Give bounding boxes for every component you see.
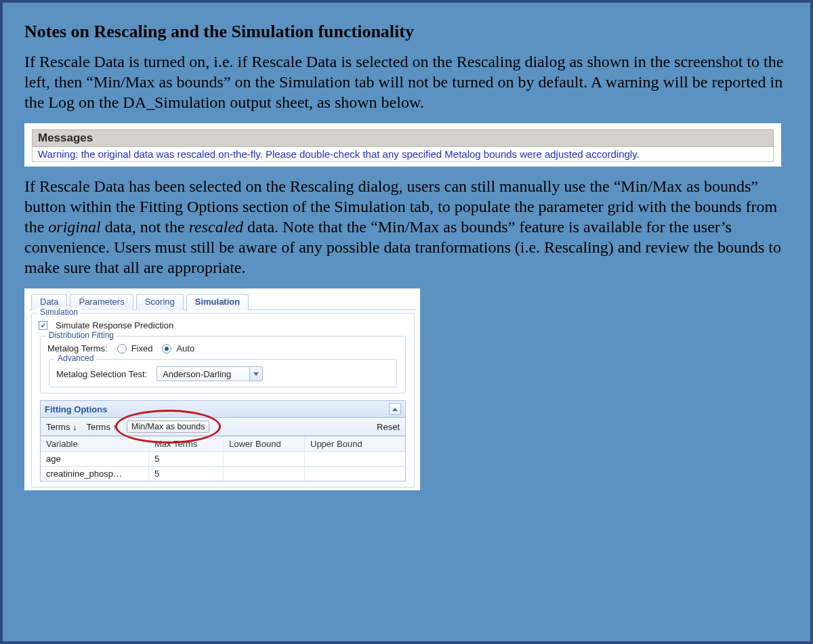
group-simulation-legend: Simulation (37, 307, 81, 317)
cell-upper-bound[interactable] (305, 467, 386, 481)
collapse-button[interactable] (389, 403, 401, 415)
messages-panel: Messages Warning: the original data was … (24, 123, 781, 167)
emphasis-rescaled: rescaled (189, 218, 243, 236)
simulate-response-checkbox[interactable]: ✓ (39, 321, 47, 330)
section-title: Notes on Rescaling and the Simulation fu… (24, 22, 789, 42)
group-advanced-legend: Advanced (55, 353, 96, 363)
fitting-options-grid: Variable Max Terms Lower Bound Upper Bou… (40, 436, 406, 481)
emphasis-original: original (48, 218, 100, 236)
cell-variable: creatinine_phosp… (41, 467, 149, 481)
selection-test-select[interactable]: Anderson-Darling (157, 366, 263, 381)
grid-header-row: Variable Max Terms Lower Bound Upper Bou… (41, 436, 405, 451)
table-row[interactable]: age 5 (41, 451, 405, 466)
cell-lower-bound[interactable] (224, 467, 305, 481)
tab-scoring[interactable]: Scoring (136, 294, 184, 310)
document-page: Notes on Rescaling and the Simulation fu… (0, 0, 813, 644)
metalog-fixed-label: Fixed (131, 343, 153, 353)
radio-dot-icon (165, 347, 169, 351)
min-max-as-bounds-button[interactable]: Min/Max as bounds (127, 421, 209, 433)
cell-upper-bound[interactable] (305, 452, 386, 466)
cell-lower-bound[interactable] (224, 452, 305, 466)
warning-message: Warning: the original data was rescaled … (32, 147, 774, 162)
group-advanced: Advanced Metalog Selection Test: Anderso… (49, 359, 397, 387)
fitting-options-title: Fitting Options (45, 404, 107, 414)
chevron-down-icon (253, 372, 259, 376)
group-simulation: Simulation ✓ Simulate Response Predictio… (31, 313, 415, 488)
metalog-auto-radio[interactable] (162, 344, 171, 353)
terms-increase-button[interactable]: Terms ↑ (87, 422, 118, 432)
tab-simulation[interactable]: Simulation (186, 294, 249, 310)
cell-max-terms[interactable]: 5 (149, 467, 224, 481)
simulation-panel: Data Parameters Scoring Simulation Simul… (24, 288, 420, 490)
cell-max-terms[interactable]: 5 (149, 452, 224, 466)
fitting-options-toolbar: Terms ↓ Terms ↑ Min/Max as bounds Reset (40, 418, 406, 436)
metalog-auto-label: Auto (176, 343, 194, 353)
cell-variable: age (41, 452, 149, 466)
metalog-fixed-radio[interactable] (117, 344, 127, 353)
col-max-terms: Max Terms (149, 437, 224, 451)
group-distribution-legend: Distribution Fitting (46, 330, 117, 340)
check-icon: ✓ (41, 322, 46, 329)
col-variable: Variable (41, 437, 149, 451)
paragraph-2: If Rescale Data has been selected on the… (24, 176, 789, 278)
group-distribution-fitting: Distribution Fitting Metalog Terms: Fixe… (40, 336, 406, 393)
para2-text-b: data, not the (101, 218, 189, 236)
select-dropdown-button[interactable] (249, 367, 262, 381)
fitting-options-header[interactable]: Fitting Options (40, 400, 406, 418)
chevron-up-icon (392, 408, 398, 411)
tab-strip: Data Parameters Scoring Simulation (30, 294, 416, 310)
simulate-response-label: Simulate Response Prediction (56, 320, 173, 330)
paragraph-1: If Rescale Data is turned on, i.e. if Re… (24, 51, 789, 112)
table-row[interactable]: creatinine_phosp… 5 (41, 466, 405, 481)
selection-test-label: Metalog Selection Test: (56, 369, 147, 379)
selection-test-value: Anderson-Darling (157, 369, 249, 379)
metalog-terms-label: Metalog Terms: (47, 343, 108, 353)
col-lower-bound: Lower Bound (224, 437, 305, 451)
terms-decrease-button[interactable]: Terms ↓ (46, 422, 77, 432)
tab-body: Simulation ✓ Simulate Response Predictio… (30, 309, 416, 488)
col-upper-bound: Upper Bound (305, 437, 386, 451)
reset-button[interactable]: Reset (377, 422, 400, 432)
messages-header: Messages (32, 129, 774, 147)
